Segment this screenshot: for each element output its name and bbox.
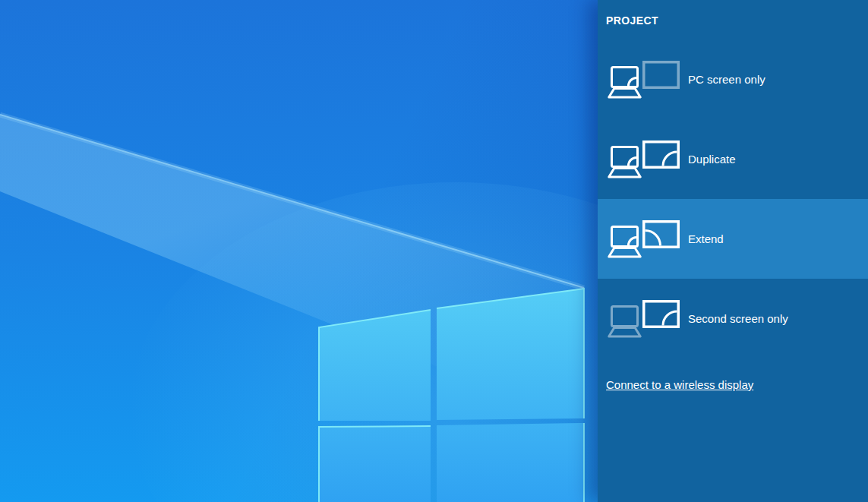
option-label: Duplicate	[688, 152, 736, 166]
connect-wireless-display-link[interactable]: Connect to a wireless display	[606, 378, 753, 391]
pane-top-right	[437, 289, 584, 420]
desktop-screen: PROJECT PC screen only	[0, 0, 868, 502]
panel-title: PROJECT	[598, 0, 868, 27]
laptop-icon	[608, 66, 642, 99]
project-option-extend[interactable]: Extend	[598, 199, 868, 279]
project-option-second-screen-only[interactable]: Second screen only	[598, 279, 868, 358]
project-option-pc-screen-only[interactable]: PC screen only	[598, 39, 868, 119]
monitor-icon	[642, 300, 680, 330]
pc-screen-only-icon	[608, 61, 680, 99]
laptop-icon	[608, 146, 642, 178]
option-label: Extend	[688, 232, 724, 246]
monitor-icon	[642, 140, 680, 170]
pane-bottom-right	[437, 423, 584, 502]
extend-icon	[608, 220, 680, 258]
pane-top-left	[319, 310, 431, 421]
duplicate-icon	[608, 140, 680, 178]
monitor-icon	[642, 220, 680, 250]
pane-bottom-left	[319, 426, 431, 502]
project-option-duplicate[interactable]: Duplicate	[598, 119, 868, 199]
option-label: PC screen only	[688, 72, 765, 87]
laptop-icon	[608, 226, 642, 258]
option-label: Second screen only	[688, 311, 788, 326]
projection-options-list: PC screen only Duplicate	[598, 39, 868, 358]
second-screen-only-icon	[608, 300, 680, 338]
monitor-icon	[642, 61, 680, 90]
project-flyout-panel: PROJECT PC screen only	[598, 0, 868, 502]
laptop-icon	[608, 305, 642, 338]
